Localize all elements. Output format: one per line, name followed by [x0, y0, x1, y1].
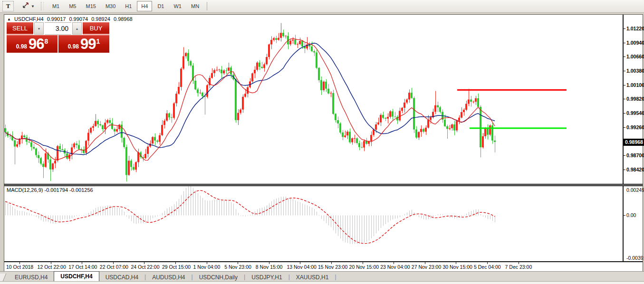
symbol-tab-USDJPY-H1[interactable]: USDJPY,H1 — [245, 273, 288, 281]
sell-price-prefix: 0.98 — [16, 43, 27, 50]
time-axis-tick — [331, 262, 332, 264]
symbol-tab-USDCHF-H4[interactable]: USDCHF,H4 — [54, 271, 99, 281]
time-axis-label: 10 Oct 2018 — [6, 264, 33, 270]
sell-price-pip: 8 — [45, 38, 48, 45]
resistance-hline[interactable] — [457, 89, 567, 91]
toolbar-separator — [207, 2, 207, 10]
time-axis-tick — [456, 262, 456, 264]
price-axis-tick — [624, 170, 625, 170]
price-axis-label: 0.99260 — [626, 124, 644, 130]
price-axis-tick — [624, 127, 625, 128]
chevron-down-icon: ▼ — [31, 4, 35, 9]
status-bar — [0, 281, 644, 284]
timeframe-button-M30[interactable]: M30 — [101, 1, 120, 11]
price-axis-label: 1.00660 — [626, 54, 644, 59]
timeframe-button-M5[interactable]: M5 — [65, 1, 80, 11]
volume-increase-button[interactable]: ▲ — [72, 22, 82, 35]
pane-splitter[interactable] — [4, 184, 643, 186]
time-axis-label: 22 Oct 07:00 — [100, 264, 128, 270]
ohlc-high: 0.99074 — [69, 16, 88, 22]
sell-price-tile[interactable]: 0.98 96 8 — [7, 35, 58, 53]
volume-decrease-button[interactable]: ▼ — [34, 22, 44, 35]
time-axis-label: 20 Nov 15:00 — [349, 264, 379, 270]
time-axis-label: 30 Nov 15:00 — [442, 264, 472, 270]
chart-symbol-period: USDCHF,H4 — [14, 16, 44, 22]
diagonal-arrows-icon — [22, 1, 29, 11]
cursor-tool-button[interactable]: ▼ — [20, 1, 36, 11]
time-axis-label: 5 Nov 23:00 — [224, 264, 251, 270]
timeframe-button-W1[interactable]: W1 — [169, 1, 186, 11]
current-price-label: 0.98968 — [624, 139, 644, 146]
volume-input[interactable]: 3.00 — [45, 22, 71, 35]
chart-window: ▲ USDCHF,H4 0.99017 0.99074 0.98924 0.98… — [4, 14, 643, 272]
time-axis-label: 17 Oct 14:00 — [68, 264, 97, 270]
support-hline[interactable] — [470, 127, 567, 129]
macd-indicator-label: MACD(12,26,9) -0.001794 -0.001256 — [7, 187, 93, 193]
symbol-tab-AUDUSD-H4[interactable]: AUDUSD,H4 — [146, 273, 191, 281]
time-axis-tick — [82, 262, 82, 264]
buy-price-big: 99 — [80, 37, 96, 51]
buy-price-pip: 1 — [96, 38, 100, 45]
time-axis-tick — [519, 262, 519, 264]
buy-button[interactable]: BUY — [83, 22, 109, 35]
toolbar-grip[interactable] — [41, 2, 44, 10]
chart-tab-bar: EURUSD,H4USDCHF,H4USDCAD,H4|AUDUSD,H4|US… — [0, 271, 644, 281]
price-axis[interactable]: 1.012201.009401.006601.003801.001000.998… — [624, 15, 643, 262]
symbol-tab-USDCAD-H4[interactable]: USDCAD,H4 — [99, 273, 144, 281]
price-axis-label: 0.99820 — [626, 96, 644, 102]
symbol-arrow-icon: ▲ — [7, 17, 11, 21]
time-axis-tick — [238, 262, 238, 264]
time-axis-tick — [19, 262, 20, 264]
ohlc-low: 0.98924 — [91, 16, 110, 22]
price-pane[interactable]: ▲ USDCHF,H4 0.99017 0.99074 0.98924 0.98… — [4, 15, 623, 184]
buy-price-tile[interactable]: 0.98 99 1 — [58, 35, 109, 53]
timeframe-button-M15[interactable]: M15 — [81, 1, 100, 11]
timeframe-button-M1[interactable]: M1 — [48, 1, 64, 11]
price-axis-label: 0.99540 — [626, 110, 644, 116]
symbol-tab-EURUSD-H4[interactable]: EURUSD,H4 — [9, 273, 54, 281]
timeframe-button-D1[interactable]: D1 — [153, 1, 168, 11]
price-axis-tick — [624, 57, 625, 57]
time-axis-label: 13 Nov 04:00 — [287, 264, 316, 270]
symbol-tab-XAUUSD-H1[interactable]: XAUUSD,H1 — [290, 273, 335, 281]
price-axis-tick — [624, 113, 625, 114]
timeframe-button-MN[interactable]: MN — [187, 1, 203, 11]
price-axis-tick — [624, 155, 625, 156]
buy-price-prefix: 0.98 — [68, 43, 79, 50]
time-axis-label: 23 Nov 04:00 — [380, 264, 410, 270]
time-axis-tick — [394, 262, 394, 264]
time-axis-tick — [113, 262, 114, 264]
price-axis-label: 1.00940 — [626, 40, 644, 46]
macd-zero-tick — [624, 215, 625, 216]
macd-axis-label: 0.00 — [626, 212, 636, 218]
time-axis[interactable]: 10 Oct 201812 Oct 22:0017 Oct 14:0022 Oc… — [4, 262, 643, 272]
time-axis-label: 29 Oct 15:00 — [162, 264, 191, 270]
timeframe-button-H4[interactable]: H4 — [137, 1, 152, 11]
price-axis-label: 1.00100 — [626, 82, 644, 88]
time-axis-label: 1 Nov 04:00 — [193, 264, 221, 270]
macd-axis-label: -0.003913 — [626, 255, 644, 261]
time-axis-label: 12 Oct 22:00 — [38, 264, 66, 270]
sell-button[interactable]: SELL — [7, 22, 33, 35]
tab-strip-edge — [0, 274, 6, 281]
text-tool-button[interactable]: T — [2, 1, 14, 11]
time-axis-label: 8 Nov 15:00 — [256, 264, 283, 270]
symbol-tab-USDCNH-Daily[interactable]: USDCNH,Daily — [193, 273, 244, 281]
time-axis-label: 27 Nov 23:00 — [412, 264, 441, 270]
macd-pane[interactable]: MACD(12,26,9) -0.001794 -0.001256 — [4, 186, 623, 261]
one-click-trade-panel: SELL ▼ 3.00 ▲ BUY 0.98 96 8 0.98 99 1 — [6, 22, 110, 53]
price-axis-tick — [624, 71, 625, 71]
price-axis-label: 1.01220 — [626, 26, 644, 31]
time-axis-tick — [425, 262, 425, 264]
time-axis-tick — [175, 262, 176, 264]
time-axis-tick — [363, 262, 363, 264]
time-axis-tick — [51, 262, 51, 264]
timeframe-toolbar: M1M5M15M30H1H4D1W1MN — [48, 0, 204, 12]
time-axis-label: 7 Dec 23:00 — [505, 264, 532, 270]
price-axis-tick — [624, 85, 625, 85]
time-axis-tick — [300, 262, 300, 264]
ohlc-close: 0.98968 — [114, 16, 133, 22]
chart-title: ▲ USDCHF,H4 0.99017 0.99074 0.98924 0.98… — [7, 16, 133, 22]
price-axis-label: 0.98700 — [626, 152, 644, 158]
timeframe-button-H1[interactable]: H1 — [121, 1, 136, 11]
